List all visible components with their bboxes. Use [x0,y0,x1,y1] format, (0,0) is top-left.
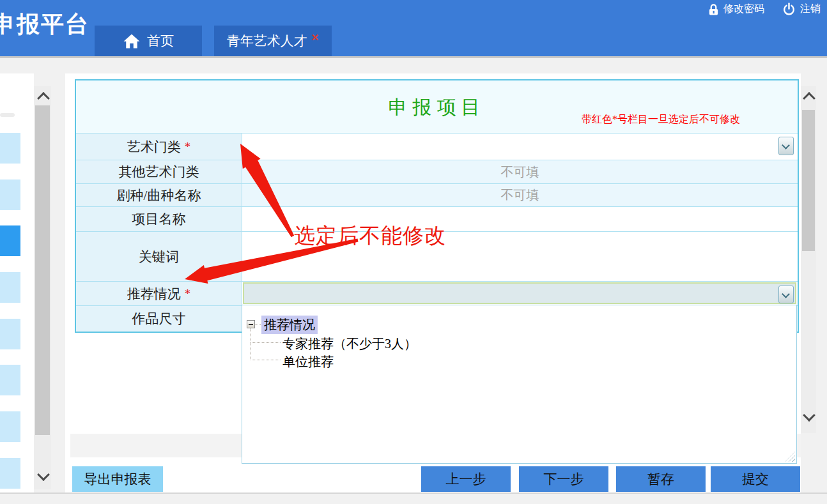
field-label: 作品尺寸 [76,306,242,332]
logout-button[interactable]: 注销 [782,3,821,16]
change-password-label: 修改密码 [723,3,764,16]
change-password-button[interactable]: 修改密码 [708,3,764,16]
field-label: 其他艺术门类 [76,160,242,183]
form-title-row: 申报项目 带红色*号栏目一旦选定后不可修改 [76,80,798,133]
sidebar-item-active[interactable] [0,225,20,256]
right-scrollbar-thumb[interactable] [802,110,815,251]
export-form-button[interactable]: 导出申报表 [72,466,163,492]
sidebar-divider [0,113,15,117]
bottom-strip [0,493,827,504]
tree-collapse-icon[interactable] [247,320,255,328]
form-row-opera-type: 剧种/曲种名称 不可填 [76,183,798,206]
form-row-other-art-category: 其他艺术门类 不可填 [76,160,798,183]
field-label: 推荐情况* [76,282,242,305]
recommendation-dropdown-panel: 推荐情况 专家推荐（不少于3人） 单位推荐 [242,305,797,464]
submit-button[interactable]: 提交 [711,466,800,492]
dropdown-button[interactable] [778,286,794,303]
art-category-select[interactable] [242,134,798,160]
field-label: 关键词 [76,232,242,281]
top-header: 申报平台 修改密码 注销 [0,0,827,56]
tab-youth-art-talent-label: 青年艺术人才 [227,32,307,50]
power-icon [782,3,796,16]
sidebar-item[interactable] [0,133,20,164]
sidebar-item[interactable] [0,319,20,349]
recommendation-cell [242,282,798,305]
field-label: 艺术门类* [76,134,242,160]
left-scrollbar[interactable] [34,86,51,489]
tree-connector [251,328,251,360]
sidebar-item[interactable] [0,411,20,442]
next-step-button[interactable]: 下一步 [519,466,608,492]
lock-icon [708,3,719,16]
form-row-art-category: 艺术门类* [76,133,798,160]
form-row-keywords: 关键词 [76,231,798,281]
field-label: 项目名称 [76,207,242,231]
sidebar-item[interactable] [0,179,20,210]
tree-connector [251,360,281,360]
right-scrollbar[interactable] [801,86,816,433]
opera-type-field: 不可填 [242,184,798,206]
form-row-project-name: 项目名称 [76,206,798,231]
required-mark: * [185,287,191,301]
tab-home-label: 首页 [147,32,174,50]
dropdown-button[interactable] [778,137,794,155]
tree-node-expert[interactable]: 专家推荐（不少于3人） [282,335,417,353]
tree-node-root[interactable]: 推荐情况 [261,316,318,334]
keywords-field[interactable] [242,232,798,281]
required-mark: * [185,140,191,154]
declaration-form: 申报项目 带红色*号栏目一旦选定后不可修改 艺术门类* 其他艺术门类 不可填 剧… [75,79,799,333]
other-art-category-field: 不可填 [242,160,798,183]
chevron-down-icon [782,290,790,298]
header-divider [0,56,827,58]
tab-youth-art-talent[interactable]: 青年艺术人才 ✕ [214,26,332,56]
field-label: 剧种/曲种名称 [76,184,242,206]
logout-label: 注销 [800,3,821,16]
project-name-field[interactable] [242,207,798,231]
scroll-up-icon[interactable] [37,92,50,105]
scroll-up-icon[interactable] [803,92,815,105]
sidebar-item[interactable] [0,365,20,395]
previous-step-button[interactable]: 上一步 [421,466,511,492]
header-actions: 修改密码 注销 [708,3,821,16]
form-row-recommendation: 推荐情况* [76,281,798,305]
scroll-down-icon[interactable] [803,409,815,422]
sidebar-item[interactable] [0,272,20,303]
resize-handle[interactable] [785,452,795,462]
tree-node-unit[interactable]: 单位推荐 [282,353,334,370]
temp-save-button[interactable]: 暂存 [616,466,706,492]
left-scrollbar-thumb[interactable] [35,105,50,435]
chevron-down-icon [782,141,790,149]
home-icon [123,33,141,49]
app-logo: 申报平台 [0,9,89,40]
tab-home[interactable]: 首页 [95,26,202,56]
form-note: 带红色*号栏目一旦选定后不可修改 [582,113,740,126]
recommendation-select[interactable] [243,282,796,304]
tree-connector [251,342,281,343]
sidebar-item[interactable] [0,458,20,489]
scroll-down-icon[interactable] [37,468,50,481]
application-window: 申报平台 修改密码 注销 [0,0,827,504]
tab-close-icon[interactable]: ✕ [311,32,320,43]
